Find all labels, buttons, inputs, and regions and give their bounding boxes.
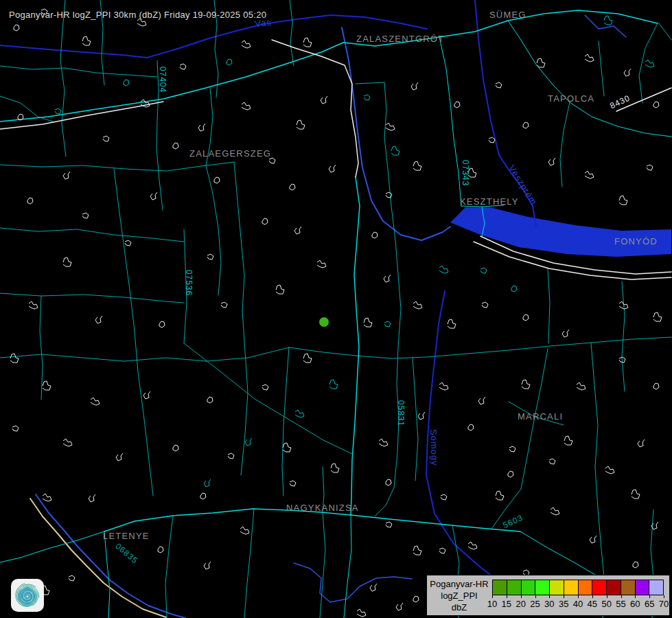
road-path — [40, 296, 43, 400]
road-path — [135, 331, 153, 496]
border-path — [30, 499, 166, 617]
settlement-glyph — [43, 494, 51, 501]
settlement-glyph — [489, 137, 495, 143]
legend-color-cell — [592, 580, 607, 595]
settlement-glyph — [590, 536, 596, 543]
legend-tick-label: 60 — [630, 599, 640, 609]
legend-tick — [621, 595, 622, 598]
road-number-label: 05831 — [396, 400, 406, 426]
settlement-glyph — [242, 41, 251, 48]
settlement-glyph — [295, 410, 304, 417]
settlement-glyph — [262, 218, 268, 225]
road-path — [320, 512, 325, 618]
settlement-glyph — [564, 436, 572, 445]
settlement-glyph — [411, 82, 418, 90]
river-path — [342, 27, 450, 240]
settlement-glyph — [413, 161, 421, 170]
radar-echo-cell — [319, 317, 329, 327]
road-path — [375, 488, 394, 516]
settlement-glyph — [10, 354, 19, 363]
road-path — [206, 165, 221, 295]
settlement-glyph — [331, 464, 339, 472]
legend-color-cell — [507, 580, 522, 595]
road-path — [290, 0, 294, 66]
legend-tick-label: 70 — [659, 599, 669, 609]
settlement-glyph — [496, 82, 502, 88]
settlement-glyph — [537, 58, 545, 67]
settlement-glyph — [63, 258, 71, 266]
settlement-glyph — [372, 232, 378, 238]
city-label: LETENYE — [103, 531, 150, 541]
legend-tick — [492, 595, 493, 598]
road-path — [591, 343, 598, 508]
road-path — [639, 23, 658, 103]
settlement-glyph — [103, 136, 109, 141]
settlement-glyph — [439, 266, 448, 273]
legend-color-cell — [535, 580, 550, 595]
settlement-glyph — [303, 38, 312, 47]
legend-tick-label: 65 — [645, 599, 654, 609]
settlement-glyph — [633, 562, 638, 568]
settlement-glyph — [143, 391, 150, 399]
settlement-glyph — [303, 354, 312, 363]
settlement-glyph — [294, 227, 301, 234]
settlement-glyph — [441, 494, 447, 500]
road-path — [244, 509, 254, 618]
legend-tick — [535, 595, 536, 598]
settlement-glyph — [364, 95, 370, 100]
legend-color-cells — [492, 580, 664, 595]
settlement-glyph — [207, 397, 213, 403]
road_major-path — [508, 21, 570, 102]
settlement-glyph — [386, 479, 391, 485]
legend-color-cell — [521, 580, 536, 595]
settlement-glyph — [329, 165, 336, 172]
settlement-glyph — [386, 123, 395, 130]
settlement-glyph — [509, 446, 515, 452]
settlement-glyph — [413, 596, 419, 602]
settlement-glyph — [290, 184, 295, 190]
settlement-glyph — [384, 321, 391, 327]
settlement-glyph — [604, 16, 612, 25]
boundary-path — [426, 291, 536, 615]
settlement-glyph — [245, 438, 252, 446]
settlement-glyph — [619, 196, 627, 205]
legend-tick — [578, 595, 579, 598]
legend-color-cell — [564, 580, 579, 595]
settlement-glyph — [173, 445, 178, 451]
legend-tick-label: 15 — [502, 599, 511, 609]
legend-tick — [549, 595, 550, 598]
settlement-glyph — [204, 479, 211, 487]
settlement-glyph — [227, 59, 232, 65]
city-label: TAPOLCA — [548, 93, 594, 104]
city-label: SÜMEG — [489, 10, 526, 20]
road-path — [548, 269, 550, 343]
settlement-glyph — [82, 36, 91, 45]
road-path — [535, 349, 548, 417]
legend-tick — [592, 595, 593, 598]
legend-tick — [664, 595, 664, 598]
road-number-label: 07404 — [158, 67, 167, 93]
settlement-glyph — [386, 192, 392, 198]
road-path — [356, 337, 671, 358]
boundary-path — [0, 45, 147, 58]
settlement-glyph — [63, 439, 72, 446]
settlement-glyph — [321, 96, 327, 104]
settlement-glyph — [439, 548, 445, 553]
legend-tick — [635, 595, 636, 598]
legend-color-cell — [635, 580, 650, 595]
road-path — [184, 343, 352, 454]
legend-unit-label: dbZ — [427, 602, 491, 613]
settlement-glyph — [454, 102, 460, 108]
city-label: ZALASZENTGRÓT — [356, 34, 444, 44]
settlement-glyph — [124, 80, 129, 86]
legend-tick-label: 55 — [616, 599, 625, 609]
settlement-glyph — [228, 453, 234, 459]
settlement-glyph — [276, 285, 284, 294]
settlement-glyph — [439, 382, 448, 390]
settlement-glyph — [204, 562, 211, 569]
settlement-glyph — [158, 547, 163, 553]
road-path — [165, 516, 173, 618]
settlement-glyph — [69, 575, 75, 581]
city-label: FONYÓD — [614, 236, 658, 247]
settlement-glyph — [548, 158, 555, 165]
